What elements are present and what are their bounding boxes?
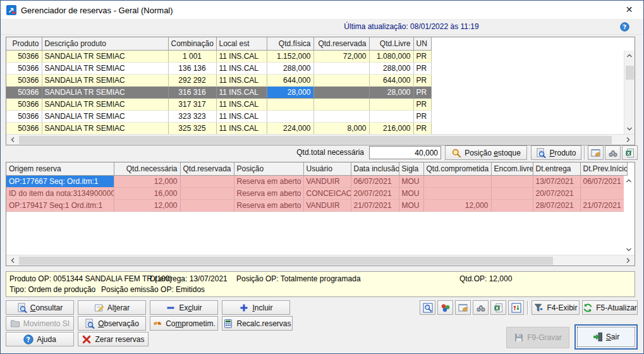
- table-cell[interactable]: 20/07/2021: [351, 187, 399, 199]
- table-cell[interactable]: 21/07/2021 16:: [580, 199, 627, 211]
- table-cell[interactable]: SANDALIA TR SEMIAC: [42, 122, 168, 134]
- table-cell[interactable]: [180, 187, 234, 199]
- scroll-down-icon[interactable]: [624, 245, 634, 255]
- table-cell[interactable]: 288,000: [369, 62, 413, 74]
- table-row[interactable]: 50366SANDALIA TR SEMIAC325 32511 INS.CAL…: [6, 122, 431, 134]
- table-row[interactable]: ID do item da nota:3134900000001716,000R…: [6, 187, 627, 199]
- qty-total-input[interactable]: [369, 146, 441, 159]
- scroll-thumb[interactable]: [19, 257, 553, 265]
- table-cell[interactable]: 12,000: [114, 199, 180, 211]
- column-header[interactable]: Encom.livre: [491, 162, 533, 175]
- table-cell[interactable]: PR: [413, 50, 431, 62]
- table-cell[interactable]: 11 INS.CAL: [216, 74, 267, 86]
- table-cell[interactable]: 323 323: [168, 110, 216, 122]
- column-header[interactable]: Data inclusão: [351, 162, 399, 175]
- column-header[interactable]: Qtd.necessária: [114, 162, 180, 175]
- table-cell[interactable]: 1.152,000: [267, 50, 313, 62]
- column-header[interactable]: Sigla: [399, 162, 423, 175]
- stock-hscrollbar[interactable]: [6, 134, 635, 145]
- table-cell[interactable]: PR: [413, 122, 431, 134]
- column-header[interactable]: Dt.entrega: [533, 162, 580, 175]
- f4-exibir-button[interactable]: F4-Exibir: [532, 300, 580, 315]
- table-cell[interactable]: 50366: [6, 110, 42, 122]
- zoom-grid-button[interactable]: [420, 300, 435, 315]
- column-header[interactable]: Produto: [6, 37, 42, 50]
- table-cell[interactable]: Reserva em aberto: [234, 199, 303, 211]
- form-edit-button[interactable]: [455, 300, 471, 315]
- table-cell[interactable]: 216,000: [369, 122, 413, 134]
- table-cell[interactable]: MOU: [399, 199, 423, 211]
- table-cell[interactable]: VANDUIR: [303, 199, 351, 211]
- table-cell[interactable]: 1 001: [168, 50, 216, 62]
- column-header[interactable]: Combinação: [168, 37, 216, 50]
- stock-position-button[interactable]: Posição estoque: [445, 145, 527, 160]
- table-row[interactable]: 50366SANDALIA TR SEMIAC316 31611 INS.CAL…: [6, 86, 431, 98]
- table-cell[interactable]: PR: [413, 110, 431, 122]
- table-cell[interactable]: [180, 175, 234, 187]
- search-button[interactable]: [605, 145, 621, 160]
- column-header[interactable]: Dt.Prev.Início.I: [580, 162, 627, 175]
- table-cell[interactable]: Reserva em aberto: [234, 187, 303, 199]
- table-cell[interactable]: 292 292: [168, 74, 216, 86]
- column-header[interactable]: Usuário: [303, 162, 351, 175]
- table-row[interactable]: OP:179417 Seq:1 Ord.itm:112,000Reserva e…: [6, 199, 627, 211]
- column-header[interactable]: Descrição produto: [42, 37, 168, 50]
- table-row[interactable]: 50366SANDALIA TR SEMIAC136 13611 INS.CAL…: [6, 62, 431, 74]
- export-excel-button[interactable]: X: [490, 300, 506, 315]
- table-cell[interactable]: 21/07/2021: [351, 199, 399, 211]
- reserve-vscrollbar[interactable]: [624, 176, 635, 255]
- table-cell[interactable]: 325 325: [168, 122, 216, 134]
- table-cell[interactable]: 50366: [6, 98, 42, 110]
- scroll-thumb[interactable]: [626, 66, 634, 80]
- table-cell[interactable]: VANDUIR: [303, 175, 351, 187]
- table-cell[interactable]: 136 136: [168, 62, 216, 74]
- column-header[interactable]: Qtd.física: [267, 37, 313, 50]
- reserve-table[interactable]: Origem reservaQtd.necessáriaQtd.reservad…: [6, 162, 628, 212]
- table-cell[interactable]: [180, 199, 234, 211]
- table-cell[interactable]: 50366: [6, 62, 42, 74]
- column-header[interactable]: Qtd.reservada: [313, 37, 369, 50]
- close-icon[interactable]: ✕: [615, 1, 643, 19]
- table-cell[interactable]: [313, 110, 369, 122]
- table-cell[interactable]: MOU: [399, 187, 423, 199]
- observacao-button[interactable]: Observação: [78, 316, 146, 331]
- table-row[interactable]: 50366SANDALIA TR SEMIAC323 32311 INS.CAL…: [6, 110, 431, 122]
- table-cell[interactable]: SANDALIA TR SEMIAC: [42, 98, 168, 110]
- scroll-left-icon[interactable]: [8, 135, 18, 145]
- scroll-right-icon[interactable]: [623, 255, 633, 266]
- table-row[interactable]: 50366SANDALIA TR SEMIAC292 29211 INS.CAL…: [6, 74, 431, 86]
- table-cell[interactable]: [491, 187, 533, 199]
- column-header[interactable]: Qtd.Livre: [369, 37, 413, 50]
- incluir-button[interactable]: Incluir: [222, 300, 290, 315]
- stock-table[interactable]: ProdutoDescrição produtoCombinaçãoLocal …: [6, 37, 432, 135]
- scroll-thumb[interactable]: [19, 136, 612, 144]
- colors-button[interactable]: [437, 300, 453, 315]
- column-header[interactable]: UN: [413, 37, 431, 50]
- table-cell[interactable]: 11 INS.CAL: [216, 62, 267, 74]
- table-cell[interactable]: 28,000: [369, 86, 413, 98]
- table-cell[interactable]: PR: [413, 62, 431, 74]
- table-cell[interactable]: 28/07/2021: [533, 199, 580, 211]
- table-cell[interactable]: ID do item da nota:31349000000017: [6, 187, 114, 199]
- table-cell[interactable]: [580, 187, 627, 199]
- table-cell[interactable]: OP:179417 Seq:1 Ord.itm:1: [6, 199, 114, 211]
- table-cell[interactable]: [369, 98, 413, 110]
- column-header[interactable]: Local est: [216, 37, 267, 50]
- zerar-reservas-button[interactable]: Zerar reservas: [78, 332, 149, 346]
- table-cell[interactable]: 8,000: [313, 122, 369, 134]
- title-bar[interactable]: Gerenciador de reservas - Geral (Normal)…: [1, 1, 643, 20]
- scroll-down-icon[interactable]: [624, 124, 635, 134]
- table-cell[interactable]: 50366: [6, 50, 42, 62]
- table-cell[interactable]: [313, 74, 369, 86]
- table-cell[interactable]: [313, 98, 369, 110]
- table-cell[interactable]: Reserva em aberto: [234, 175, 303, 187]
- table-cell[interactable]: SANDALIA TR SEMIAC: [42, 62, 168, 74]
- table-row[interactable]: OP:177667 Seq: Ord.itm:112,000Reserva em…: [6, 175, 627, 187]
- table-cell[interactable]: [313, 62, 369, 74]
- table-cell[interactable]: 16,000: [114, 187, 180, 199]
- table-cell[interactable]: 72,000: [313, 50, 369, 62]
- scroll-up-icon[interactable]: [624, 176, 634, 186]
- form-edit-button[interactable]: [588, 145, 604, 160]
- table-cell[interactable]: 316 316: [168, 86, 216, 98]
- table-cell[interactable]: 13/07/2021: [533, 175, 580, 187]
